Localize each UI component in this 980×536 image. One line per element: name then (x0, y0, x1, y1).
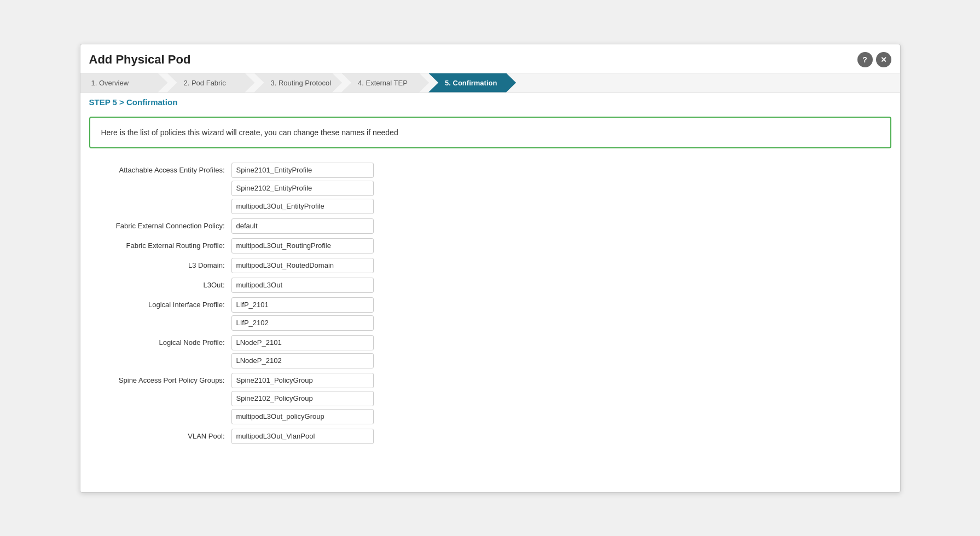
form-row-8: VLAN Pool: (89, 429, 891, 444)
form-input-6-1[interactable] (231, 353, 374, 368)
form-input-1-0[interactable] (231, 218, 374, 234)
form-input-3-0[interactable] (231, 258, 374, 273)
form-label-0: Attachable Access Entity Profiles: (89, 163, 231, 174)
form-label-7: Spine Access Port Policy Groups: (89, 373, 231, 384)
help-button[interactable]: ? (857, 52, 873, 67)
current-step-label: STEP 5 > Confirmation (89, 97, 178, 107)
form-label-4: L3Out: (89, 278, 231, 289)
form-input-7-0[interactable] (231, 373, 374, 388)
info-box-text: Here is the list of policies this wizard… (101, 128, 398, 137)
form-label-1: Fabric External Connection Policy: (89, 218, 231, 230)
form-area: Attachable Access Entity Profiles:Fabric… (80, 157, 900, 459)
form-row-4: L3Out: (89, 278, 891, 293)
form-row-0: Attachable Access Entity Profiles: (89, 163, 891, 214)
form-input-2-0[interactable] (231, 238, 374, 253)
dialog-controls: ? ✕ (857, 52, 891, 67)
close-button[interactable]: ✕ (876, 52, 891, 67)
form-inputs-6 (231, 335, 374, 368)
form-row-1: Fabric External Connection Policy: (89, 218, 891, 234)
form-input-4-0[interactable] (231, 278, 374, 293)
wizard-steps: 1. Overview2. Pod Fabric3. Routing Proto… (80, 73, 900, 93)
form-input-5-1[interactable] (231, 315, 374, 331)
form-input-6-0[interactable] (231, 335, 374, 350)
step-3[interactable]: 3. Routing Protocol (254, 73, 343, 93)
form-label-2: Fabric External Routing Profile: (89, 238, 231, 250)
step-1[interactable]: 1. Overview (80, 73, 168, 93)
form-inputs-5 (231, 297, 374, 331)
form-inputs-1 (231, 218, 374, 234)
form-input-7-2[interactable] (231, 409, 374, 424)
form-input-0-0[interactable] (231, 163, 374, 178)
step-5-label: 5. Confirmation (445, 79, 497, 87)
form-input-7-1[interactable] (231, 391, 374, 406)
step-4[interactable]: 4. External TEP (341, 73, 429, 93)
form-label-6: Logical Node Profile: (89, 335, 231, 347)
form-label-3: L3 Domain: (89, 258, 231, 269)
form-row-3: L3 Domain: (89, 258, 891, 273)
dialog-title: Add Physical Pod (89, 53, 191, 67)
form-row-5: Logical Interface Profile: (89, 297, 891, 331)
step-2-label: 2. Pod Fabric (184, 79, 226, 87)
step-4-label: 4. External TEP (358, 79, 408, 87)
info-box: Here is the list of policies this wizard… (89, 117, 891, 148)
form-input-0-2[interactable] (231, 199, 374, 214)
form-input-5-0[interactable] (231, 297, 374, 313)
form-inputs-7 (231, 373, 374, 424)
form-row-7: Spine Access Port Policy Groups: (89, 373, 891, 424)
form-label-8: VLAN Pool: (89, 429, 231, 440)
form-inputs-2 (231, 238, 374, 253)
form-inputs-8 (231, 429, 374, 444)
form-label-5: Logical Interface Profile: (89, 297, 231, 309)
dialog-header: Add Physical Pod ? ✕ (80, 44, 900, 73)
step-1-label: 1. Overview (91, 79, 129, 87)
step-5[interactable]: 5. Confirmation (428, 73, 516, 93)
form-row-2: Fabric External Routing Profile: (89, 238, 891, 253)
step-subtitle: STEP 5 > Confirmation (80, 93, 900, 111)
step-2[interactable]: 2. Pod Fabric (167, 73, 255, 93)
step-3-label: 3. Routing Protocol (271, 79, 332, 87)
form-row-6: Logical Node Profile: (89, 335, 891, 368)
form-input-0-1[interactable] (231, 181, 374, 196)
form-inputs-4 (231, 278, 374, 293)
form-input-8-0[interactable] (231, 429, 374, 444)
form-inputs-3 (231, 258, 374, 273)
form-inputs-0 (231, 163, 374, 214)
add-physical-pod-dialog: Add Physical Pod ? ✕ 1. Overview2. Pod F… (80, 44, 901, 493)
